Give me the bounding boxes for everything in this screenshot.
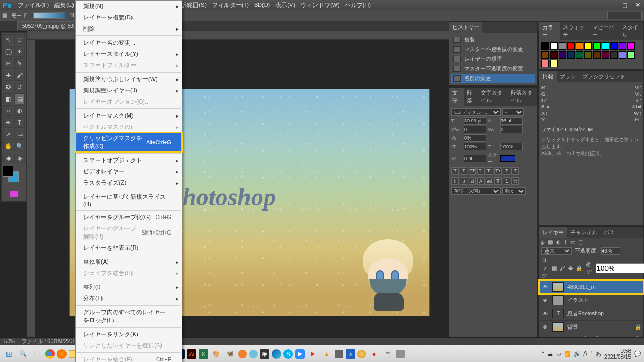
opentype-2[interactable]: ½ [511,177,519,185]
menu-item[interactable]: レイヤーマスク(M) [76,110,182,121]
swatch[interactable] [550,60,558,67]
history-item[interactable]: マスター不透明度の変更 [451,45,535,54]
swatch[interactable] [584,51,592,59]
swatch[interactable] [610,42,618,50]
tray-wifi-icon[interactable]: 📶 [564,351,570,357]
color-tab[interactable]: スウォッチ [560,22,589,40]
swatch[interactable] [593,42,601,50]
baseline-input[interactable] [464,155,486,162]
history-item[interactable]: 複製 [451,35,535,45]
eraser-tool[interactable]: ◧ [3,93,13,104]
menu-3d[interactable]: 3D(D) [252,1,273,9]
app-icon-5[interactable]: ☕ [382,348,394,360]
color-tab[interactable]: カラー [539,22,560,40]
menu-item[interactable]: 分布(T) [76,293,182,304]
menu-item[interactable]: クリッピングマスクを作成(C)Alt+Ctrl+G [76,133,182,152]
swatch[interactable] [610,51,618,59]
bold-button[interactable]: T [451,167,459,175]
shape-tool[interactable]: ▭ [14,129,25,140]
font-style-select[interactable]: - [502,108,524,116]
char-tab[interactable]: 文字 [449,88,464,106]
notification-icon[interactable]: 💬 [634,351,641,357]
menu-item[interactable]: レイヤーをグループ化(G)Ctrl+G [76,212,182,223]
start-button[interactable]: ⊞ [3,348,15,360]
filter-text-icon[interactable]: T [564,239,567,245]
app-icon-3[interactable] [335,350,343,358]
search-icon[interactable]: 🔍 [17,348,29,360]
zoom-icon[interactable]: ▶ [295,349,305,359]
layer-row[interactable]: 👁T忍者Photoshop [539,307,643,321]
lock-all-icon[interactable]: 🔒 [576,265,582,271]
move-tool[interactable]: ↖ [3,34,13,45]
opentype-ad[interactable]: ad [486,177,493,185]
heal-tool[interactable]: ✚ [3,70,13,81]
layers-tab[interactable]: パス [601,227,618,238]
history-item[interactable]: 名前の変更 [451,74,535,83]
antialias-select[interactable]: 強く [502,187,526,195]
swatch[interactable] [602,51,609,59]
text-tool[interactable]: T [14,117,25,128]
horiz-scale-input[interactable] [500,143,523,150]
swatch[interactable] [584,42,592,50]
cortana-icon[interactable]: ◯ [31,348,43,360]
swatch[interactable] [627,51,635,59]
swatch[interactable] [619,42,626,50]
char-tab[interactable]: 段落スタイル [508,88,538,106]
blur-tool[interactable]: ○ [3,105,13,116]
tray-battery-icon[interactable]: ▭ [556,351,561,357]
blend-mode-select[interactable]: 通常 [541,247,572,255]
swatch[interactable] [550,42,558,50]
superscript-button[interactable]: T¹ [486,167,493,175]
app-icon-2[interactable] [249,350,258,358]
butterfly-icon[interactable]: 🦋 [224,348,236,360]
chrome-icon[interactable] [45,349,55,359]
menu-item[interactable]: 新規調整レイヤー(J) [76,85,182,96]
layers-tab[interactable]: チャンネル [567,227,601,238]
edge-icon[interactable] [272,349,281,359]
tool-preset-icon[interactable]: ▦ [2,12,7,18]
menu-ウィンドウ[interactable]: ウィンドウ(W) [298,1,342,9]
fill-input[interactable] [596,263,644,273]
swatch[interactable] [550,51,558,59]
menu-item[interactable]: ラスタライズ(Z) [76,177,182,189]
gradient-tool[interactable]: ▤ [14,93,25,104]
italic-button[interactable]: T [460,167,467,175]
swatch[interactable] [559,42,566,50]
leading-input[interactable] [500,117,523,125]
menu-item[interactable]: レイヤースタイル(Y) [76,48,182,60]
swatch[interactable] [576,42,583,50]
media-icon[interactable]: ▶ [307,348,319,360]
obs-icon[interactable]: ◉ [260,349,269,359]
swatch[interactable] [567,51,575,59]
swatch[interactable] [627,42,635,50]
layer-row[interactable]: 👁4880811_m [539,280,643,294]
status-zoom[interactable]: 50% [4,338,15,344]
visibility-icon[interactable]: 👁 [541,298,549,303]
smallcaps-button[interactable]: Tt [477,167,485,175]
history-item[interactable]: レイヤーの順序 [451,54,535,64]
char-tab[interactable]: 文字スタイル [478,88,508,106]
menu-item[interactable]: 削除 [76,23,182,34]
eyedropper-tool[interactable]: ✎ [14,58,25,69]
quickmask-icon[interactable] [10,191,18,197]
marquee-tool[interactable]: □ [14,34,25,45]
opentype-fi[interactable]: fi [451,177,459,185]
tray-cloud-icon[interactable]: ☁ [547,351,553,357]
filter-smart-icon[interactable]: ⬚ [579,239,583,245]
menu-item[interactable]: レイヤーをリンク(K) [76,329,182,340]
layers-tab[interactable]: レイヤー [539,227,567,238]
color-tab[interactable]: マピーパー [589,22,619,40]
swatch[interactable] [541,51,549,59]
tray-ime-a[interactable]: A゛ [583,350,592,358]
stamp-tool[interactable]: ✪ [3,82,13,92]
visibility-icon[interactable]: 👁 [541,311,549,317]
menu-表示[interactable]: 表示(V) [273,1,298,9]
filter-pixel-icon[interactable]: ▦ [548,239,553,245]
swatch[interactable] [541,60,549,67]
excel-icon[interactable]: X [199,349,208,359]
visibility-icon[interactable]: 👁 [541,284,549,290]
history-item[interactable]: マスター不透明度の変更 [451,64,535,74]
menu-item[interactable]: 整列(I) [76,281,182,293]
strike-button[interactable]: T [511,167,519,175]
swatch-grid[interactable] [541,42,641,67]
